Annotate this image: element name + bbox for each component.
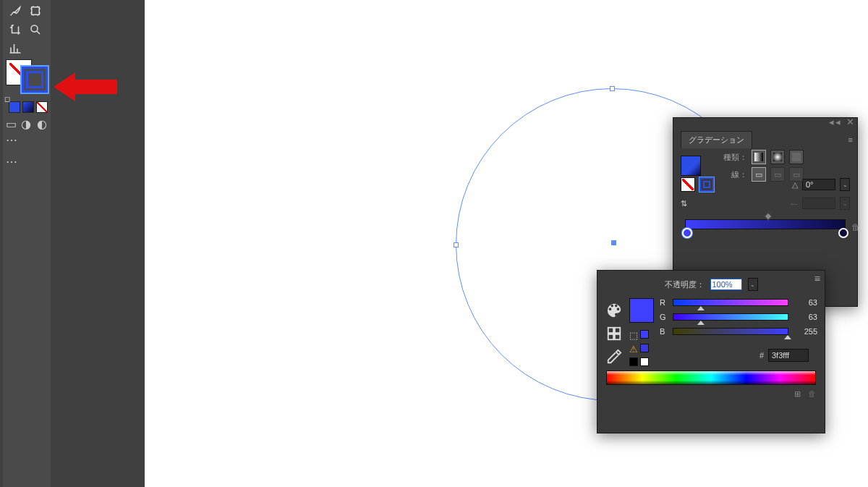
panel-menu-icon[interactable]: ≡ [848,135,853,144]
add-swatch-icon[interactable]: ⊞ [794,389,801,399]
fill-none-indicator[interactable] [681,177,695,192]
anchor-top[interactable] [610,86,615,91]
eyedropper-icon[interactable] [606,349,622,365]
angle-dropdown[interactable]: ⌄ [840,178,850,191]
channel-r-label: R [660,298,668,307]
aspect-dropdown: ⌄ [840,197,850,210]
angle-input[interactable] [802,179,835,190]
gradient-type-linear[interactable] [752,150,766,164]
svg-rect-0 [32,7,40,15]
screen-mode-icon[interactable]: ▭ [6,117,17,129]
cube-icon: ⬚ [629,330,638,341]
channel-r-slider[interactable] [673,299,788,306]
color-panel-menu-icon[interactable]: ≡ [814,273,820,284]
svg-rect-6 [608,334,613,339]
gamut-swatch[interactable] [640,344,649,352]
paintbrush-icon[interactable] [6,3,25,19]
gradient-type-freeform[interactable] [789,150,804,164]
channel-b-label: B [660,327,668,336]
artboard-icon[interactable] [26,3,45,19]
svg-point-1 [31,25,38,32]
gradient-preview-swatch[interactable] [681,156,701,176]
channel-g-slider[interactable] [673,313,788,321]
aspect-input [802,198,835,209]
gradient-slider[interactable]: 🗑 [685,219,846,241]
gradient-stop-left[interactable] [682,228,692,238]
color-mode-solid[interactable] [9,101,20,113]
type-label: 種類： [705,152,747,163]
swatches-icon[interactable] [606,326,622,342]
channel-b-value[interactable]: 255 [793,327,817,336]
gradient-panel-tab[interactable]: グラデーション [681,131,752,148]
toolbar: ⇄ ◻ ▭ ◑ ◐ ⋯ ⋯ [3,0,51,487]
hex-prefix: # [760,351,764,360]
current-color-swatch[interactable] [629,298,654,323]
reverse-gradient-icon[interactable]: ⇅ [681,199,687,208]
default-fill-stroke-icon[interactable]: ◻ [4,95,10,103]
stroke-active-indicator[interactable] [699,177,714,192]
gradient-type-radial[interactable] [770,150,785,164]
hex-input[interactable] [768,349,809,362]
web-safe-swatch[interactable] [640,330,649,339]
anchor-left[interactable] [454,242,459,247]
opacity-dropdown[interactable]: ⌄ [748,278,758,291]
gradient-bar[interactable] [685,219,846,229]
opacity-input[interactable] [710,279,742,290]
channel-r-value[interactable]: 63 [793,298,817,307]
color-panel: ≡ 不透明度： ⌄ ⬚ ⚠ [597,270,825,433]
gradient-stop-right[interactable] [838,228,848,238]
svg-rect-7 [615,334,620,339]
stroke-apply-within[interactable]: ▭ [752,167,766,182]
white-swatch[interactable] [640,357,649,366]
graph-icon[interactable] [6,41,25,56]
channel-b-slider[interactable] [673,328,788,335]
trash-icon[interactable]: 🗑 [808,389,816,399]
color-mode-gradient[interactable] [22,101,34,113]
delete-stop-icon[interactable]: 🗑 [851,222,860,232]
aspect-icon: ⟝ [791,199,798,208]
stroke-swatch[interactable] [22,67,48,93]
channel-g-label: G [660,313,668,321]
svg-marker-2 [54,72,117,101]
crop-icon[interactable] [6,22,25,38]
draw-behind-icon[interactable]: ◐ [37,117,48,129]
palette-icon[interactable] [606,302,622,318]
out-of-gamut-icon[interactable]: ⚠ [629,344,638,355]
opacity-label: 不透明度： [665,279,705,290]
center-point [611,240,616,245]
annotation-arrow-left [54,69,119,104]
panel-controls[interactable]: ◂◂ ✕ [829,117,856,127]
svg-rect-4 [608,328,613,333]
channel-g-value[interactable]: 63 [793,313,817,321]
spectrum-bar[interactable] [606,370,816,385]
edit-toolbar-icon[interactable]: ⋯ [6,133,17,145]
draw-mode-icon[interactable]: ◑ [21,117,32,129]
stroke-apply-across: ▭ [789,167,804,182]
black-swatch[interactable] [629,357,638,366]
more-icon[interactable]: ⋯ [6,155,17,166]
fill-stroke-swatch[interactable]: ◻ [6,59,48,93]
svg-rect-5 [615,328,620,333]
stroke-apply-along: ▭ [770,167,785,182]
zoom-icon[interactable] [26,22,45,38]
color-mode-none[interactable] [36,101,48,113]
